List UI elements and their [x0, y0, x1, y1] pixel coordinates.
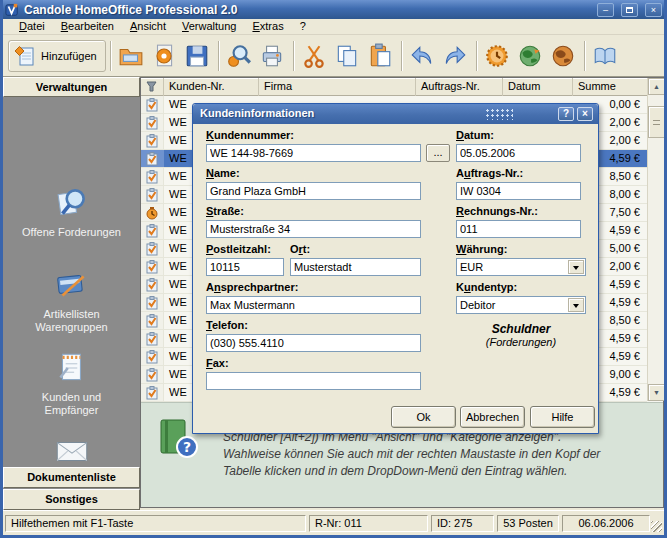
sidebar: Verwaltungen Offene ForderungenArtikelli…: [3, 77, 140, 510]
ansprechpartner-label: Ansprechpartner:: [206, 281, 298, 293]
ort-label: Ort:: [290, 243, 310, 255]
toolbar-separator: [401, 41, 402, 71]
dialog-help-button[interactable]: ?: [558, 107, 574, 121]
search-icon: [226, 43, 252, 69]
dialog-close-button[interactable]: ×: [577, 107, 593, 121]
strasse-field[interactable]: [206, 220, 421, 238]
waehrung-dropdown-button[interactable]: [568, 260, 584, 274]
close-button[interactable]: ×: [645, 3, 662, 17]
toolbar-separator: [110, 41, 111, 71]
menu-help[interactable]: ?: [292, 19, 314, 34]
sidebar-item-label: Kunden und Empfänger: [20, 391, 124, 417]
dialog-title: Kundeninformationen: [200, 107, 314, 119]
kundeninformationen-dialog: Kundeninformationen ? × Kundennummer: ..…: [192, 103, 599, 434]
column-header-2[interactable]: Firma: [259, 78, 416, 96]
row-kunden-nr: WE: [169, 278, 187, 290]
status-bar: Hilfethemen mit F1-Taste R-Nr: 011 ID: 2…: [3, 510, 664, 535]
task-check-icon: [145, 134, 159, 148]
vertical-scrollbar[interactable]: ▲ ▼: [647, 78, 664, 401]
rechnungs-nr-field[interactable]: [456, 220, 581, 238]
toolbar-button-undo[interactable]: [406, 39, 439, 73]
kundentyp-select[interactable]: Debitor: [456, 296, 586, 314]
kundentyp-note-title: Schuldner: [456, 322, 586, 336]
row-kunden-nr: WE: [169, 116, 187, 128]
column-header-1[interactable]: Kunden-Nr.: [164, 78, 259, 96]
toolbar-button-info[interactable]: [148, 39, 181, 73]
column-header-5[interactable]: Summe: [573, 78, 648, 96]
scroll-up-button[interactable]: ▲: [648, 78, 665, 95]
column-header-3[interactable]: Auftrags-Nr.: [416, 78, 503, 96]
menu-verwaltung[interactable]: Verwaltung: [174, 19, 244, 34]
maximize-button[interactable]: [621, 3, 638, 17]
toolbar-button-redo[interactable]: [439, 39, 472, 73]
sidebar-button-sonstiges[interactable]: Sonstiges: [3, 489, 140, 510]
toolbar-button-print[interactable]: [256, 39, 289, 73]
toolbar-button-cut[interactable]: [298, 39, 331, 73]
toolbar-button-copy[interactable]: [331, 39, 364, 73]
help-book-icon: [592, 43, 618, 69]
sidebar-item-search-docs[interactable]: Offene Forderungen: [3, 184, 140, 239]
kundentyp-value: Debitor: [460, 299, 495, 311]
add-page-icon: [13, 44, 37, 68]
minimize-button[interactable]: –: [597, 3, 614, 17]
row-kunden-nr: WE: [169, 260, 187, 272]
auftrags-nr-label: Auftrags-Nr.:: [456, 167, 523, 179]
status-help-text: Hilfethemen mit F1-Taste: [5, 515, 306, 532]
postleitzahl-field[interactable]: [206, 258, 284, 276]
toolbar-button-history[interactable]: [481, 39, 514, 73]
sidebar-item-articles[interactable]: Artikellisten Warengruppen: [3, 266, 140, 334]
chevron-down-icon: [573, 304, 579, 311]
toolbar: Hinzufügen: [3, 36, 664, 77]
help-button[interactable]: Hilfe: [530, 406, 595, 428]
menu-bearbeiten[interactable]: Bearbeiten: [53, 19, 122, 34]
alarm-icon: [145, 206, 159, 220]
toolbar-button-save[interactable]: [181, 39, 214, 73]
resize-grip[interactable]: [651, 521, 662, 532]
chevron-down-icon: [573, 266, 579, 273]
name-field[interactable]: [206, 182, 421, 200]
history-icon: [484, 43, 510, 69]
datum-field[interactable]: [456, 144, 581, 162]
task-check-icon: [145, 242, 159, 256]
row-kunden-nr: WE: [169, 134, 187, 146]
fax-field[interactable]: [206, 372, 421, 390]
row-status-cell: [141, 240, 164, 257]
browse-button[interactable]: ...: [426, 144, 450, 162]
toolbar-button-paste[interactable]: [364, 39, 397, 73]
row-status-cell: [141, 132, 164, 149]
telefon-field[interactable]: [206, 334, 421, 352]
kundennummer-field[interactable]: [206, 144, 421, 162]
toolbar-button-globe-orange[interactable]: [547, 39, 580, 73]
filter-header-cell[interactable]: [141, 78, 164, 96]
auftrags-nr-field[interactable]: [456, 182, 581, 200]
ansprechpartner-field[interactable]: [206, 296, 421, 314]
row-status-cell: [141, 294, 164, 311]
waehrung-select[interactable]: EUR: [456, 258, 586, 276]
scrollbar-thumb[interactable]: [648, 106, 665, 138]
ok-button[interactable]: Ok: [391, 406, 456, 428]
task-check-icon: [145, 170, 159, 184]
menu-datei[interactable]: Datei: [11, 19, 53, 34]
row-status-cell: [141, 258, 164, 275]
toolbar-button-globe-green[interactable]: [514, 39, 547, 73]
toolbar-button-help-book[interactable]: [589, 39, 622, 73]
scroll-down-button[interactable]: ▼: [648, 384, 665, 401]
menu-extras[interactable]: Extras: [244, 19, 291, 34]
row-kunden-nr: WE: [169, 242, 187, 254]
status-id: ID: 275: [431, 515, 494, 532]
column-header-4[interactable]: Datum: [503, 78, 573, 96]
ort-field[interactable]: [290, 258, 421, 276]
toolbar-button-search[interactable]: [223, 39, 256, 73]
row-status-cell: [141, 204, 164, 221]
sidebar-button-dokumentenliste[interactable]: Dokumentenliste: [3, 467, 140, 488]
search-docs-icon: [53, 184, 91, 222]
row-kunden-nr: WE: [169, 368, 187, 380]
cancel-button[interactable]: Abbrechen: [460, 406, 525, 428]
task-check-icon: [145, 260, 159, 274]
add-button[interactable]: Hinzufügen: [8, 40, 106, 72]
info-text: Schuldner [Alt+2]) im Menü "Ansicht" und…: [223, 429, 600, 480]
sidebar-item-customers[interactable]: Kunden und Empfänger: [3, 349, 140, 417]
menu-ansicht[interactable]: Ansicht: [122, 19, 174, 34]
toolbar-button-open-folder[interactable]: [115, 39, 148, 73]
kundentyp-dropdown-button[interactable]: [568, 298, 584, 312]
